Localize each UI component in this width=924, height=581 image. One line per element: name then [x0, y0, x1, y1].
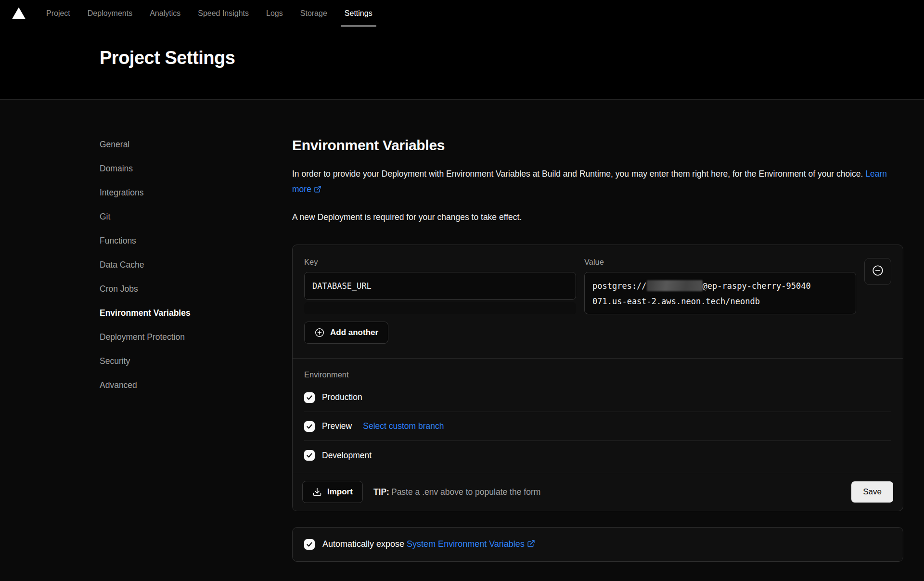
tip-text: TIP:Paste a .env above to populate the f… — [373, 487, 540, 497]
key-column: Key — [304, 258, 576, 314]
sidebar-item-environment-variables[interactable]: Environment Variables — [100, 308, 191, 318]
environment-row-development: Development — [304, 441, 891, 470]
sidebar-item-domains[interactable]: Domains — [100, 163, 133, 174]
environment-row-production: Production — [304, 383, 891, 412]
content: General Domains Integrations Git Functio… — [0, 100, 924, 562]
deployment-note: A new Deployment is required for your ch… — [292, 212, 903, 222]
add-another-label: Add another — [330, 328, 378, 337]
sidebar-item-data-cache[interactable]: Data Cache — [100, 259, 144, 270]
value-label: Value — [584, 258, 856, 267]
nav-tab-speed-insights[interactable]: Speed Insights — [192, 0, 255, 26]
nav-tab-storage[interactable]: Storage — [295, 0, 333, 26]
tip-body: Paste a .env above to populate the form — [391, 487, 540, 497]
key-label: Key — [304, 258, 576, 267]
download-icon — [312, 487, 322, 497]
sidebar-item-functions[interactable]: Functions — [100, 235, 136, 246]
top-nav: Project Deployments Analytics Speed Insi… — [0, 0, 924, 26]
production-label: Production — [322, 392, 362, 402]
nav-tab-deployments[interactable]: Deployments — [82, 0, 138, 26]
main-column: Environment Variables In order to provid… — [292, 139, 903, 562]
check-icon — [306, 394, 313, 401]
nav-tab-analytics[interactable]: Analytics — [144, 0, 186, 26]
description-text: In order to provide your Deployment with… — [292, 169, 863, 179]
environment-section: Environment Production Preview Select cu… — [293, 358, 903, 473]
sidebar-item-integrations[interactable]: Integrations — [100, 187, 143, 198]
key-input-extension — [304, 302, 576, 314]
add-another-button[interactable]: Add another — [304, 322, 388, 344]
expose-text: Automatically expose — [322, 539, 404, 549]
system-env-variables-label: System Environment Variables — [407, 539, 525, 549]
expose-checkbox[interactable] — [304, 539, 315, 550]
minus-circle-icon — [872, 264, 884, 279]
sidebar-item-cron-jobs[interactable]: Cron Jobs — [100, 284, 138, 294]
key-input[interactable] — [304, 272, 576, 300]
sidebar-item-advanced[interactable]: Advanced — [100, 380, 137, 390]
value-line-2: 071.us-east-2.aws.neon.tech/neondb — [592, 294, 848, 309]
external-link-icon — [527, 540, 535, 550]
plus-circle-icon — [314, 327, 325, 338]
tip-bold: TIP: — [373, 487, 389, 497]
sidebar-item-deployment-protection[interactable]: Deployment Protection — [100, 332, 185, 342]
nav-tab-project[interactable]: Project — [40, 0, 76, 26]
nav-tabs: Project Deployments Analytics Speed Insi… — [40, 0, 384, 26]
env-form-card: Key Value postgres://@ep-raspy-cherry-95… — [292, 245, 903, 511]
preview-label: Preview — [322, 421, 352, 431]
sidebar-item-general[interactable]: General — [100, 139, 129, 150]
value-column: Value postgres://@ep-raspy-cherry-95040 … — [584, 258, 856, 314]
expose-card: Automatically expose System Environment … — [292, 527, 903, 562]
page-title: Project Settings — [100, 48, 924, 68]
nav-tab-settings[interactable]: Settings — [339, 0, 378, 26]
preview-checkbox[interactable] — [304, 421, 315, 432]
environment-row-preview: Preview Select custom branch — [304, 412, 891, 441]
redacted-secret — [647, 280, 703, 291]
value-line1-suffix: @ep-raspy-cherry-95040 — [703, 281, 811, 291]
vercel-logo[interactable] — [12, 0, 26, 26]
nav-tab-logs[interactable]: Logs — [260, 0, 289, 26]
section-description: In order to provide your Deployment with… — [292, 166, 903, 198]
save-button[interactable]: Save — [851, 481, 893, 503]
form-footer: Import TIP:Paste a .env above to populat… — [293, 473, 903, 511]
value-line-1: postgres://@ep-raspy-cherry-95040 — [592, 278, 848, 294]
import-button[interactable]: Import — [302, 481, 363, 503]
development-label: Development — [322, 451, 372, 461]
vercel-logo-icon — [12, 7, 26, 20]
settings-sidebar: General Domains Integrations Git Functio… — [100, 139, 292, 562]
development-checkbox[interactable] — [304, 450, 315, 461]
check-icon — [306, 423, 313, 430]
check-icon — [306, 452, 313, 459]
select-custom-branch-link[interactable]: Select custom branch — [363, 421, 444, 431]
sidebar-item-security[interactable]: Security — [100, 356, 130, 366]
environment-label: Environment — [304, 370, 891, 379]
remove-row-button[interactable] — [864, 258, 891, 285]
external-link-icon — [314, 182, 321, 198]
production-checkbox[interactable] — [304, 392, 315, 403]
system-env-variables-link[interactable]: System Environment Variables — [407, 539, 535, 549]
value-prefix: postgres:// — [592, 281, 647, 291]
check-icon — [306, 541, 313, 548]
key-value-section: Key Value postgres://@ep-raspy-cherry-95… — [293, 245, 903, 358]
expose-line: Automatically expose System Environment … — [322, 539, 535, 550]
import-label: Import — [327, 487, 353, 497]
sidebar-item-git[interactable]: Git — [100, 211, 110, 222]
section-title: Environment Variables — [292, 137, 903, 154]
value-textarea[interactable]: postgres://@ep-raspy-cherry-95040 071.us… — [584, 272, 856, 314]
page-header: Project Settings — [0, 26, 924, 100]
